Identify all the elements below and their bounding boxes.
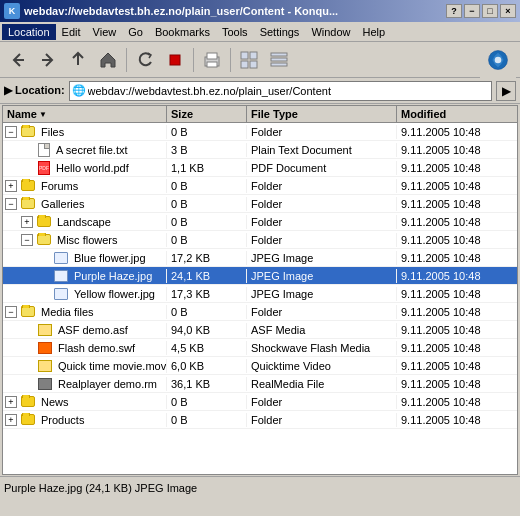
folder-icon (21, 396, 35, 407)
table-row[interactable]: Purple Haze.jpg24,1 KBJPEG Image9.11.200… (3, 267, 517, 285)
table-row[interactable]: ASF demo.asf94,0 KBASF Media9.11.2005 10… (3, 321, 517, 339)
menu-view[interactable]: View (87, 24, 123, 40)
menu-go[interactable]: Go (122, 24, 149, 40)
file-type: Folder (247, 233, 397, 247)
location-input[interactable] (88, 85, 489, 97)
file-modified: 9.11.2005 10:48 (397, 161, 517, 175)
menu-bookmarks[interactable]: Bookmarks (149, 24, 216, 40)
menu-location[interactable]: Location (2, 24, 56, 40)
table-row[interactable]: PDFHello world.pdf1,1 KBPDF Document9.11… (3, 159, 517, 177)
file-name-text: Files (41, 126, 64, 138)
maximize-button[interactable]: □ (482, 4, 498, 18)
file-type: Folder (247, 413, 397, 427)
view-list-button[interactable] (265, 46, 293, 74)
close-button[interactable]: × (500, 4, 516, 18)
rm-icon (38, 378, 52, 390)
svg-rect-7 (250, 61, 257, 68)
location-go-button[interactable]: ▶ (496, 81, 516, 101)
table-row[interactable]: −Media files0 BFolder9.11.2005 10:48 (3, 303, 517, 321)
forward-button[interactable] (34, 46, 62, 74)
file-size: 0 B (167, 305, 247, 319)
folder-icon (21, 198, 35, 209)
image-icon (54, 288, 68, 300)
pdf-icon: PDF (38, 161, 50, 175)
file-size: 0 B (167, 215, 247, 229)
file-modified: 9.11.2005 10:48 (397, 197, 517, 211)
menu-settings[interactable]: Settings (254, 24, 306, 40)
app-icon: K (4, 3, 20, 19)
file-type: ASF Media (247, 323, 397, 337)
toolbar-separator-1 (126, 48, 127, 72)
file-name-text: Media files (41, 306, 94, 318)
folder-icon (21, 414, 35, 425)
menu-edit[interactable]: Edit (56, 24, 87, 40)
file-type: Folder (247, 125, 397, 139)
expander-forums[interactable]: + (5, 180, 17, 192)
media-icon (38, 360, 52, 372)
expander-galleries[interactable]: − (5, 198, 17, 210)
expander-news[interactable]: + (5, 396, 17, 408)
folder-icon (21, 306, 35, 317)
file-size: 4,5 KB (167, 341, 247, 355)
file-size: 94,0 KB (167, 323, 247, 337)
col-header-modified[interactable]: Modified (397, 106, 517, 122)
col-header-size[interactable]: Size (167, 106, 247, 122)
table-row[interactable]: Blue flower.jpg17,2 KBJPEG Image9.11.200… (3, 249, 517, 267)
expander-misc[interactable]: − (21, 234, 33, 246)
title-bar: K webdav://webdavtest.bh.ez.no/plain_use… (0, 0, 520, 22)
status-bar: Purple Haze.jpg (24,1 KB) JPEG Image (0, 476, 520, 498)
expander-media[interactable]: − (5, 306, 17, 318)
table-row[interactable]: +Landscape0 BFolder9.11.2005 10:48 (3, 213, 517, 231)
file-modified: 9.11.2005 10:48 (397, 143, 517, 157)
file-name-text: Quick time movie.mov (58, 360, 166, 372)
table-row[interactable]: +News0 BFolder9.11.2005 10:48 (3, 393, 517, 411)
file-size: 0 B (167, 125, 247, 139)
up-button[interactable] (64, 46, 92, 74)
file-size: 17,2 KB (167, 251, 247, 265)
help-button[interactable]: ? (446, 4, 462, 18)
back-button[interactable] (4, 46, 32, 74)
minimize-button[interactable]: − (464, 4, 480, 18)
file-type: RealMedia File (247, 377, 397, 391)
table-row[interactable]: +Forums0 BFolder9.11.2005 10:48 (3, 177, 517, 195)
folder-icon (37, 216, 51, 227)
file-size: 3 B (167, 143, 247, 157)
home-button[interactable] (94, 46, 122, 74)
table-row[interactable]: +Products0 BFolder9.11.2005 10:48 (3, 411, 517, 429)
table-row[interactable]: −Files0 BFolder9.11.2005 10:48 (3, 123, 517, 141)
file-list-header: Name ▼ Size File Type Modified (3, 106, 517, 123)
view-icons-button[interactable] (235, 46, 263, 74)
folder-icon (21, 180, 35, 191)
folder-icon (21, 126, 35, 137)
expander-files[interactable]: − (5, 126, 17, 138)
reload-button[interactable] (131, 46, 159, 74)
file-type: JPEG Image (247, 287, 397, 301)
file-type: PDF Document (247, 161, 397, 175)
table-row[interactable]: Realplayer demo.rm36,1 KBRealMedia File9… (3, 375, 517, 393)
file-size: 0 B (167, 233, 247, 247)
svg-rect-8 (271, 53, 287, 56)
menu-help[interactable]: Help (357, 24, 392, 40)
file-name-text: Purple Haze.jpg (74, 270, 152, 282)
expander-landscape[interactable]: + (21, 216, 33, 228)
stop-button[interactable] (161, 46, 189, 74)
image-icon (54, 252, 68, 264)
menu-tools[interactable]: Tools (216, 24, 254, 40)
table-row[interactable]: A secret file.txt3 BPlain Text Document9… (3, 141, 517, 159)
table-row[interactable]: −Misc flowers0 BFolder9.11.2005 10:48 (3, 231, 517, 249)
table-row[interactable]: Yellow flower.jpg17,3 KBJPEG Image9.11.2… (3, 285, 517, 303)
menu-window[interactable]: Window (305, 24, 356, 40)
file-modified: 9.11.2005 10:48 (397, 305, 517, 319)
col-header-type[interactable]: File Type (247, 106, 397, 122)
file-modified: 9.11.2005 10:48 (397, 341, 517, 355)
file-size: 17,3 KB (167, 287, 247, 301)
file-name-text: Yellow flower.jpg (74, 288, 155, 300)
file-rows-container: −Files0 BFolder9.11.2005 10:48A secret f… (3, 123, 517, 429)
col-header-name[interactable]: Name ▼ (3, 106, 167, 122)
file-name-text: Hello world.pdf (56, 162, 129, 174)
expander-products[interactable]: + (5, 414, 17, 426)
table-row[interactable]: Quick time movie.mov6,0 KBQuicktime Vide… (3, 357, 517, 375)
table-row[interactable]: −Galleries0 BFolder9.11.2005 10:48 (3, 195, 517, 213)
table-row[interactable]: Flash demo.swf4,5 KBShockwave Flash Medi… (3, 339, 517, 357)
print-button[interactable] (198, 46, 226, 74)
